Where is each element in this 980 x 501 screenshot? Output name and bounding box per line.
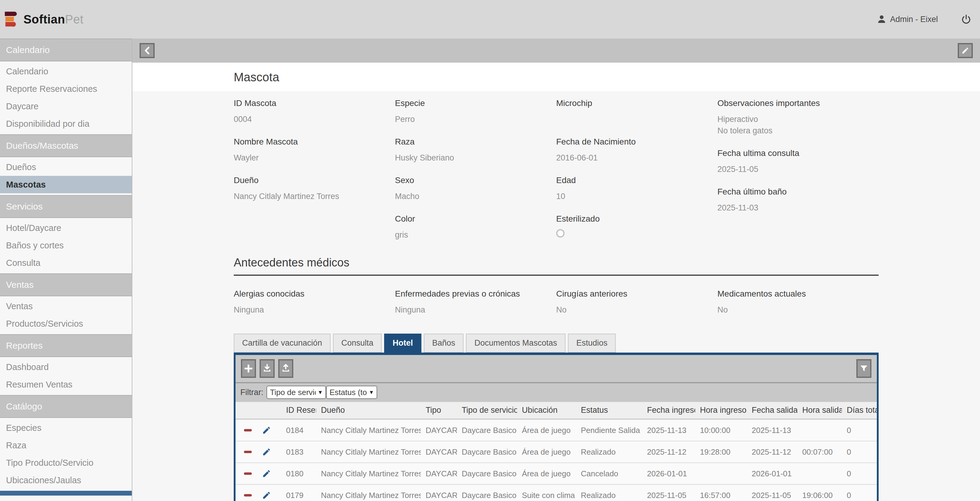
- edit-row-button[interactable]: [262, 491, 271, 500]
- title-band: Mascota: [132, 62, 980, 91]
- sidebar-item-due-os[interactable]: Dueños: [0, 158, 132, 176]
- column-header: Estatus: [576, 402, 642, 419]
- field-block: Fecha ultima consulta2025-11-05: [718, 148, 879, 175]
- delete-row-button[interactable]: [244, 429, 252, 431]
- table-cell: DAYCARE: [421, 419, 457, 441]
- table-cell: Pendiente Salida: [576, 419, 642, 441]
- sidebar-item-especies[interactable]: Especies: [0, 419, 132, 437]
- sidebar-item-disponibilidad-por-dia[interactable]: Disponibilidad por dia: [0, 115, 132, 132]
- table-cell: DAYCARE: [421, 463, 457, 485]
- field-label: Edad: [556, 176, 718, 185]
- table-cell: 0: [842, 419, 879, 441]
- table-cell: Suite con clima: [517, 485, 576, 501]
- tab-documentos-mascotas[interactable]: Documentos Mascotas: [466, 333, 565, 353]
- sidebar-section-list: EspeciesRazaTipo Producto/ServicioUbicac…: [0, 418, 132, 491]
- table-cell: [797, 463, 842, 485]
- field-value: [556, 113, 718, 125]
- table-cell: [797, 419, 842, 441]
- export-button[interactable]: [278, 359, 293, 378]
- field-label: Sexo: [395, 176, 556, 185]
- sidebar-item-ba-os-y-cortes[interactable]: Baños y cortes: [0, 237, 132, 254]
- edit-row-button[interactable]: [262, 426, 271, 435]
- table-header-row: ID ReservaDueñoTipoTipo de servicioUbica…: [235, 402, 879, 419]
- tab-hotel[interactable]: Hotel: [384, 333, 422, 354]
- field-value: Hiperactivo No tolera gatos: [718, 113, 879, 136]
- table-cell: 10:00:00: [695, 419, 747, 441]
- esterilizado-radio[interactable]: [556, 229, 565, 238]
- field-block: Medicamentos actualesNo: [718, 289, 879, 316]
- table-cell: Cancelado: [576, 463, 642, 485]
- field-value: Nancy Citlaly Martinez Torres: [234, 191, 395, 202]
- field-value: No: [556, 304, 718, 316]
- user-menu[interactable]: Admin - Eixel: [877, 15, 938, 24]
- sidebar-item-ubicaciones-jaulas[interactable]: Ubicaciones/Jaulas: [0, 471, 132, 489]
- table-cell: Daycare Basico: [457, 463, 517, 485]
- tab-consulta[interactable]: Consulta: [333, 333, 382, 353]
- filter-select-1[interactable]: Tipo de servic▼: [267, 386, 326, 399]
- tab-estudios[interactable]: Estudios: [568, 333, 616, 353]
- field-value: 10: [556, 191, 718, 202]
- delete-row-button[interactable]: [244, 451, 252, 453]
- filter-row: Filtrar: Tipo de servic▼Estatus (todo)▼: [235, 382, 877, 402]
- sidebar-section-header: Dueños/Mascotas: [0, 134, 132, 157]
- logout-button[interactable]: [961, 14, 972, 25]
- table-row: 0184Nancy Citlaly Martinez TorresDAYCARE…: [235, 419, 879, 441]
- delete-row-button[interactable]: [244, 494, 252, 496]
- table-cell: 0184: [281, 419, 316, 441]
- import-button[interactable]: [259, 359, 275, 378]
- filter-button[interactable]: [856, 359, 872, 378]
- table-cell: 2025-11-12: [642, 441, 695, 463]
- edit-row-button[interactable]: [262, 469, 271, 478]
- pencil-icon: [262, 491, 271, 500]
- edit-pet-button[interactable]: [958, 43, 973, 58]
- sidebar-item-ventas[interactable]: Ventas: [0, 297, 132, 315]
- download-icon: [263, 364, 271, 373]
- sidebar-item-productos-servicios[interactable]: Productos/Servicios: [0, 315, 132, 332]
- sidebar-section-list: VentasProductos/Servicios: [0, 296, 132, 334]
- grid-toolbar: [235, 355, 877, 382]
- sidebar-section-header: Servicios: [0, 195, 132, 218]
- field-value: 2016-06-01: [556, 152, 718, 163]
- field-label: Enfermedades previas o crónicas: [395, 289, 556, 299]
- sidebar-item-consulta[interactable]: Consulta: [0, 254, 132, 271]
- sidebar-section-header: Ventas: [0, 273, 132, 296]
- table-cell: 0180: [281, 463, 316, 485]
- sidebar-section-list: DashboardResumen Ventas: [0, 357, 132, 395]
- field-label: Microchip: [556, 99, 718, 108]
- tab-cartilla-de-vacunaci-n[interactable]: Cartilla de vacunación: [234, 333, 331, 353]
- sidebar-item-mascotas[interactable]: Mascotas: [0, 176, 132, 193]
- delete-row-button[interactable]: [244, 472, 252, 475]
- reservations-table: ID ReservaDueñoTipoTipo de servicioUbica…: [235, 402, 879, 501]
- sidebar-item-raza[interactable]: Raza: [0, 437, 132, 454]
- filter-select-2[interactable]: Estatus (todo)▼: [326, 386, 377, 399]
- field-value: 0004: [234, 113, 395, 125]
- sidebar-item-resumen-ventas[interactable]: Resumen Ventas: [0, 376, 132, 393]
- edit-row-button[interactable]: [262, 447, 271, 456]
- sidebar-item-reporte-reservaciones[interactable]: Reporte Reservaciones: [0, 80, 132, 97]
- table-cell: Daycare Basico: [457, 441, 517, 463]
- pencil-icon: [262, 469, 271, 478]
- field-label: ID Mascota: [234, 99, 395, 108]
- table-cell: 0: [842, 485, 879, 501]
- sidebar-item-daycare[interactable]: Daycare: [0, 97, 132, 115]
- filter-select-value: Estatus (todo): [330, 388, 367, 397]
- sidebar-item-calendario[interactable]: Calendario: [0, 62, 132, 80]
- sidebar-item-tipo-producto-servicio[interactable]: Tipo Producto/Servicio: [0, 454, 132, 471]
- table-cell: Nancy Citlaly Martinez Torres: [316, 419, 421, 441]
- add-reservation-button[interactable]: [241, 359, 256, 378]
- sidebar-item-dashboard[interactable]: Dashboard: [0, 358, 132, 376]
- pet-fields-grid: ID Mascota0004Nombre MascotaWaylerDueñoN…: [234, 99, 879, 241]
- table-cell: 2025-11-13: [747, 419, 797, 441]
- back-button[interactable]: [140, 43, 154, 58]
- field-value: Ninguna: [395, 304, 556, 316]
- table-cell: Área de juego: [517, 419, 576, 441]
- table-row: 0183Nancy Citlaly Martinez TorresDAYCARE…: [235, 441, 879, 463]
- column-header: [257, 402, 281, 419]
- field-block: Nombre MascotaWayler: [234, 137, 395, 163]
- pencil-icon: [961, 47, 969, 54]
- tab-ba-os[interactable]: Baños: [424, 333, 464, 353]
- chevron-down-icon: ▼: [369, 389, 374, 396]
- table-cell: Nancy Citlaly Martinez Torres: [316, 485, 421, 501]
- sidebar-item-hotel-daycare[interactable]: Hotel/Daycare: [0, 219, 132, 237]
- pencil-icon: [262, 447, 271, 456]
